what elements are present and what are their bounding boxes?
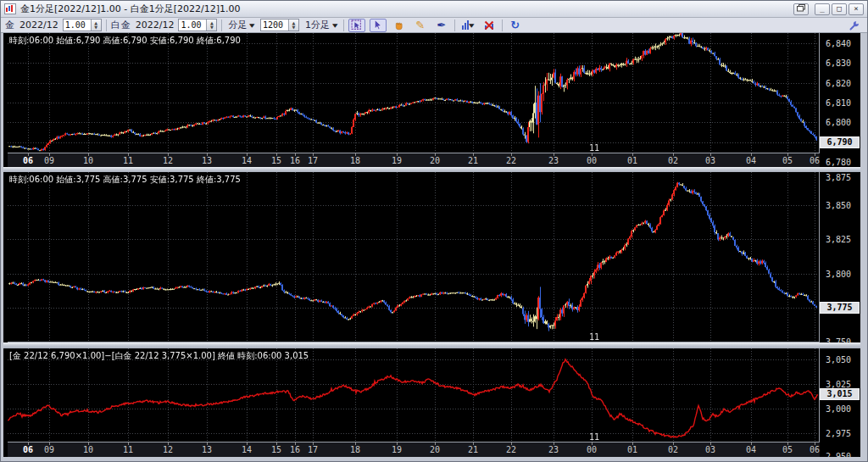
time-axis-label: 20 xyxy=(430,445,440,454)
platinum-factor-spinner: ▲ ▼ xyxy=(178,19,217,31)
spread-chart-pane: [金 22/12 6,790×1.00]−[白金 22/12 3,775×1.0… xyxy=(3,348,860,457)
current-price-badge: 3,775 xyxy=(820,302,860,314)
time-axis-label: 11 xyxy=(123,156,133,165)
price-axis-label: 6,820 xyxy=(826,79,851,88)
time-axis-label: 05 xyxy=(782,156,793,165)
time-axis-label: 02 xyxy=(668,445,678,454)
time-axis-label: 09 xyxy=(44,156,54,165)
interval-label: 1分足 xyxy=(305,19,330,31)
time-axis-label: 06 xyxy=(810,156,820,165)
time-axis-label: 00 xyxy=(587,156,597,165)
app-icon xyxy=(4,3,16,14)
gold-time-axis: 0609101112131415161718192021222300010203… xyxy=(8,153,820,167)
new-window-button[interactable] xyxy=(793,3,809,15)
time-axis-label: 15 xyxy=(271,156,281,165)
reload-icon[interactable]: ↻ xyxy=(507,19,524,32)
toolbar-separator xyxy=(106,19,107,31)
time-axis-label: 22 xyxy=(506,156,516,165)
close-button[interactable]: × xyxy=(849,3,864,15)
reload-glyph: ↻ xyxy=(510,19,520,31)
spin-down-icon[interactable]: ▼ xyxy=(292,25,296,30)
gold-factor-spin-buttons[interactable]: ▲ ▼ xyxy=(91,19,101,31)
platinum-plot-canvas[interactable] xyxy=(8,172,820,342)
platinum-factor-spin-buttons[interactable]: ▲ ▼ xyxy=(206,19,216,31)
gold-chart-pane: 時刻:06:00 始値:6,790 高値:6,790 安値:6,790 終値:6… xyxy=(3,33,860,167)
bar-chart-glyph xyxy=(462,20,469,30)
pane-splitter[interactable] xyxy=(3,342,860,348)
draw-pencil-icon[interactable]: ✎ xyxy=(412,19,429,32)
bar-type-dropdown[interactable]: 分足 ▼ xyxy=(226,19,256,32)
time-axis-label: 00 xyxy=(587,445,597,454)
gold-ohlc-readout: 時刻:06:00 始値:6,790 高値:6,790 安値:6,790 終値:6… xyxy=(9,35,241,47)
maximize-button[interactable]: □ xyxy=(832,3,847,15)
window-title: 金1分足[2022/12]1.00 - 白金1分足[2022/12]1.00 xyxy=(20,3,241,15)
time-axis-label: 19 xyxy=(392,156,402,165)
current-price-badge: 3,015 xyxy=(820,388,860,400)
cursor-glyph xyxy=(372,19,383,31)
price-axis-label: 3,000 xyxy=(826,404,851,414)
wrench-glyph xyxy=(849,20,860,31)
time-axis-label: 15 xyxy=(271,445,281,454)
price-axis-label: 2,950 xyxy=(826,452,851,457)
time-axis-label: 18 xyxy=(350,156,360,165)
platinum-chart-pane: 時刻:06:00 始値:3,775 高値:3,775 安値:3,775 終値:3… xyxy=(3,172,860,342)
settings-wrench-icon[interactable] xyxy=(846,19,863,32)
bar-count-input[interactable] xyxy=(261,19,288,31)
spin-down-icon[interactable]: ▼ xyxy=(210,25,214,30)
bar-type-label: 分足 xyxy=(228,19,247,31)
clear-indicators-icon[interactable] xyxy=(481,19,498,32)
current-price-badge: 6,790 xyxy=(820,136,860,148)
platinum-factor-input[interactable] xyxy=(179,19,206,31)
gold-factor-spinner: ▲ ▼ xyxy=(63,19,102,31)
red-x-glyph xyxy=(484,20,494,31)
gold-plot-canvas[interactable] xyxy=(8,33,820,153)
time-axis-label: 06 xyxy=(810,445,820,454)
gold-contract-month: 2022/12 xyxy=(19,19,58,31)
time-axis-label: 23 xyxy=(548,156,559,165)
spread-time-axis: 0609101112131415161718192021222300010203… xyxy=(8,443,820,457)
chart-window: 金1分足[2022/12]1.00 - 白金1分足[2022/12]1.00 _… xyxy=(0,0,868,462)
time-axis-label: 06 xyxy=(23,156,33,165)
price-axis-label: 3,825 xyxy=(826,235,851,244)
price-axis-label: 3,050 xyxy=(826,355,851,365)
time-axis-label: 09 xyxy=(44,445,54,454)
pan-hand-icon[interactable] xyxy=(391,19,408,32)
gold-symbol-label: 金 xyxy=(5,19,15,31)
time-axis-label: 04 xyxy=(746,156,756,165)
chart-frame: 時刻:06:00 始値:6,790 高値:6,790 安値:6,790 終値:6… xyxy=(1,33,868,462)
hand-glyph xyxy=(393,19,404,31)
time-axis-label: 04 xyxy=(746,445,756,454)
time-axis-label: 16 xyxy=(290,445,300,454)
time-axis-label: 16 xyxy=(290,156,300,165)
price-axis-label: 3,800 xyxy=(826,270,851,279)
time-axis-label: 22 xyxy=(506,445,516,454)
price-axis-label: 6,830 xyxy=(826,58,851,68)
interval-dropdown[interactable]: 1分足 ▼ xyxy=(303,19,339,32)
dropdown-arrow-icon: ▼ xyxy=(469,22,474,28)
toolbar: 金 2022/12 ▲ ▼ 白金 2022/12 ▲ ▼ 分足 ▼ ▲ xyxy=(1,18,867,33)
zoom-select-icon[interactable] xyxy=(348,19,365,32)
indicator-chart-icon[interactable]: ▼ xyxy=(459,19,476,32)
pencil-glyph: ✎ xyxy=(415,19,425,31)
dropdown-arrow-icon: ▼ xyxy=(249,22,254,28)
spin-down-icon[interactable]: ▼ xyxy=(94,25,97,30)
spread-readout: [金 22/12 6,790×1.00]−[白金 22/12 3,775×1.0… xyxy=(9,350,309,362)
date-change-label: 11 xyxy=(589,332,599,342)
date-change-label: 11 xyxy=(589,143,599,153)
time-axis-label: 19 xyxy=(392,445,402,454)
annotate-pen-icon[interactable]: ✒ xyxy=(433,19,450,32)
date-change-label: 11 xyxy=(589,432,599,442)
gold-factor-input[interactable] xyxy=(64,19,91,31)
bar-count-spin-buttons[interactable]: ▲ ▼ xyxy=(288,19,298,31)
time-axis-label: 23 xyxy=(548,445,559,454)
time-axis-label: 21 xyxy=(468,445,478,454)
price-axis-label: 3,850 xyxy=(826,201,851,210)
toolbar-separator xyxy=(454,19,455,31)
time-axis-label: 12 xyxy=(163,445,173,454)
minimize-button[interactable]: _ xyxy=(815,3,830,15)
cursor-icon[interactable] xyxy=(370,19,387,32)
spread-plot-canvas[interactable] xyxy=(8,348,820,443)
price-axis-label: 2,975 xyxy=(826,429,851,438)
time-axis-label: 18 xyxy=(350,445,360,454)
time-axis-label: 10 xyxy=(83,445,93,454)
